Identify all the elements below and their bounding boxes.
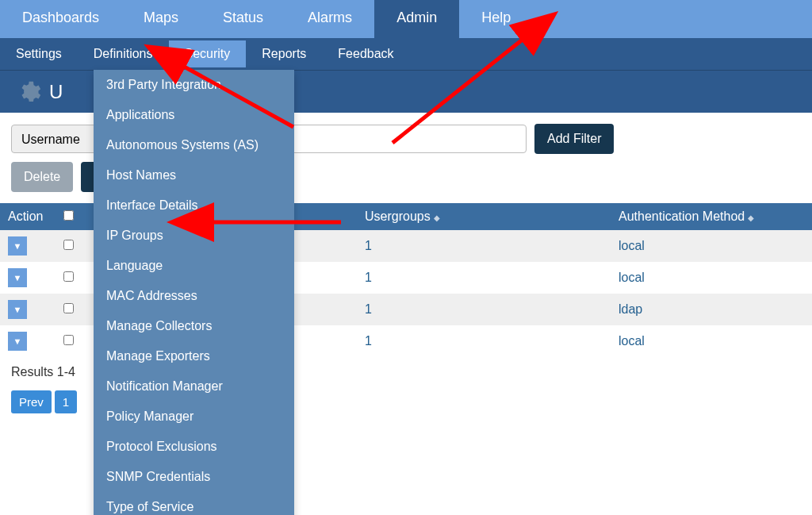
definitions-menu-item[interactable]: MAC Addresses xyxy=(94,281,294,311)
cell-auth-method[interactable]: local xyxy=(611,230,812,262)
pagination-page-1[interactable]: 1 xyxy=(55,390,77,413)
subnav-security[interactable]: Security xyxy=(169,40,247,67)
subnav-feedback[interactable]: Feedback xyxy=(322,40,409,67)
definitions-menu-item[interactable]: Protocol Exclusions xyxy=(94,432,294,462)
definitions-menu-item[interactable]: Interface Details xyxy=(94,190,294,221)
page-title: U xyxy=(49,81,63,103)
chevron-down-icon: ▼ xyxy=(13,336,22,346)
col-action[interactable]: Action xyxy=(0,203,56,230)
subnav-settings[interactable]: Settings xyxy=(0,40,78,67)
chevron-down-icon: ▼ xyxy=(13,273,22,282)
cell-usergroups[interactable]: 1 xyxy=(357,294,611,325)
col-select-all[interactable] xyxy=(56,203,87,230)
subnav-definitions[interactable]: Definitions xyxy=(78,40,169,67)
tab-help[interactable]: Help xyxy=(459,0,533,38)
tab-admin[interactable]: Admin xyxy=(374,0,459,38)
cell-auth-method[interactable]: ldap xyxy=(611,294,812,325)
sort-icon: ◆ xyxy=(748,213,754,222)
definitions-menu-item[interactable]: Autonomous Systems (AS) xyxy=(94,130,294,160)
cell-auth-method[interactable]: local xyxy=(611,262,812,294)
definitions-menu-item[interactable]: Manage Exporters xyxy=(94,341,294,371)
gear-icon xyxy=(16,79,41,105)
add-filter-button[interactable]: Add Filter xyxy=(534,124,614,154)
definitions-menu-item[interactable]: 3rd Party Integration xyxy=(94,70,294,100)
tab-alarms[interactable]: Alarms xyxy=(285,0,374,38)
row-action-button[interactable]: ▼ xyxy=(8,236,27,256)
row-action-button[interactable]: ▼ xyxy=(8,300,27,319)
definitions-menu-item[interactable]: Host Names xyxy=(94,160,294,190)
pagination-prev[interactable]: Prev xyxy=(11,390,52,413)
definitions-menu-item[interactable]: Type of Service xyxy=(94,492,294,515)
chevron-down-icon: ▼ xyxy=(13,305,22,314)
definitions-menu-item[interactable]: Language xyxy=(94,251,294,281)
row-checkbox[interactable] xyxy=(63,240,74,250)
sub-nav: Settings Definitions Security Reports Fe… xyxy=(0,38,812,70)
row-checkbox[interactable] xyxy=(63,335,74,345)
definitions-menu-item[interactable]: SNMP Credentials xyxy=(94,462,294,492)
sort-icon: ◆ xyxy=(434,213,440,222)
definitions-menu-item[interactable]: Notification Manager xyxy=(94,371,294,402)
tab-status[interactable]: Status xyxy=(201,0,285,38)
cell-auth-method[interactable]: local xyxy=(611,325,812,357)
chevron-down-icon: ▼ xyxy=(13,241,22,251)
definitions-dropdown[interactable]: 3rd Party IntegrationApplicationsAutonom… xyxy=(94,70,294,515)
definitions-menu-item[interactable]: IP Groups xyxy=(94,221,294,251)
definitions-menu-item[interactable]: Policy Manager xyxy=(94,402,294,432)
col-auth-method[interactable]: Authentication Method◆ xyxy=(611,203,812,230)
row-action-button[interactable]: ▼ xyxy=(8,332,27,351)
select-all-checkbox[interactable] xyxy=(63,210,74,221)
cell-usergroups[interactable]: 1 xyxy=(357,325,611,357)
row-action-button[interactable]: ▼ xyxy=(8,268,27,287)
subnav-reports[interactable]: Reports xyxy=(246,40,322,67)
col-usergroups[interactable]: Usergroups◆ xyxy=(357,203,611,230)
row-checkbox[interactable] xyxy=(63,303,74,313)
cell-usergroups[interactable]: 1 xyxy=(357,262,611,294)
delete-button[interactable]: Delete xyxy=(11,162,73,192)
row-checkbox[interactable] xyxy=(63,271,74,282)
top-nav: Dashboards Maps Status Alarms Admin Help xyxy=(0,0,812,38)
tab-dashboards[interactable]: Dashboards xyxy=(0,0,121,38)
definitions-menu-item[interactable]: Applications xyxy=(94,100,294,130)
cell-usergroups[interactable]: 1 xyxy=(357,230,611,262)
definitions-menu-item[interactable]: Manage Collectors xyxy=(94,311,294,341)
tab-maps[interactable]: Maps xyxy=(121,0,201,38)
